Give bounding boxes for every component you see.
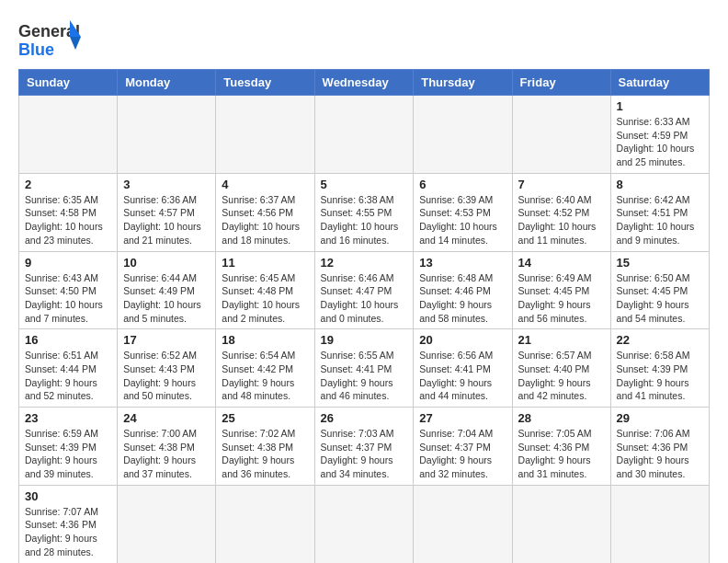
calendar-header-row: SundayMondayTuesdayWednesdayThursdayFrid… [19, 70, 710, 96]
calendar-cell: 1Sunrise: 6:33 AM Sunset: 4:59 PM Daylig… [610, 96, 709, 174]
day-info: Sunrise: 6:43 AM Sunset: 4:50 PM Dayligh… [25, 271, 111, 326]
day-number: 16 [25, 333, 111, 347]
day-info: Sunrise: 6:51 AM Sunset: 4:44 PM Dayligh… [25, 349, 111, 403]
header: GeneralBlue [18, 18, 710, 60]
day-number: 26 [321, 411, 408, 425]
day-info: Sunrise: 6:37 AM Sunset: 4:56 PM Dayligh… [222, 193, 308, 247]
calendar-cell: 8Sunrise: 6:42 AM Sunset: 4:51 PM Daylig… [610, 173, 709, 251]
calendar-cell [512, 96, 610, 174]
day-info: Sunrise: 7:00 AM Sunset: 4:38 PM Dayligh… [123, 427, 210, 481]
calendar-cell: 5Sunrise: 6:38 AM Sunset: 4:55 PM Daylig… [314, 173, 414, 251]
day-number: 23 [25, 411, 111, 425]
calendar-cell: 19Sunrise: 6:55 AM Sunset: 4:41 PM Dayli… [314, 329, 414, 408]
day-number: 30 [25, 489, 111, 503]
day-info: Sunrise: 6:49 AM Sunset: 4:45 PM Dayligh… [518, 271, 605, 326]
day-info: Sunrise: 7:03 AM Sunset: 4:37 PM Dayligh… [321, 427, 408, 481]
calendar-week-3: 9Sunrise: 6:43 AM Sunset: 4:50 PM Daylig… [19, 251, 710, 329]
day-number: 10 [123, 256, 210, 270]
calendar-cell: 20Sunrise: 6:56 AM Sunset: 4:41 PM Dayli… [414, 329, 512, 408]
day-info: Sunrise: 6:45 AM Sunset: 4:48 PM Dayligh… [222, 271, 308, 326]
calendar-week-6: 30Sunrise: 7:07 AM Sunset: 4:36 PM Dayli… [19, 485, 710, 563]
calendar-cell: 25Sunrise: 7:02 AM Sunset: 4:38 PM Dayli… [216, 408, 314, 486]
day-number: 12 [321, 256, 408, 270]
calendar-week-2: 2Sunrise: 6:35 AM Sunset: 4:58 PM Daylig… [19, 173, 710, 251]
calendar-cell: 10Sunrise: 6:44 AM Sunset: 4:49 PM Dayli… [118, 251, 216, 329]
day-number: 15 [617, 256, 703, 270]
calendar-cell: 26Sunrise: 7:03 AM Sunset: 4:37 PM Dayli… [314, 408, 414, 486]
day-number: 20 [419, 333, 506, 347]
calendar-header-saturday: Saturday [610, 70, 709, 96]
day-info: Sunrise: 6:50 AM Sunset: 4:45 PM Dayligh… [617, 271, 703, 326]
calendar-week-1: 1Sunrise: 6:33 AM Sunset: 4:59 PM Daylig… [19, 96, 710, 174]
calendar-cell: 17Sunrise: 6:52 AM Sunset: 4:43 PM Dayli… [118, 329, 216, 408]
calendar-cell: 15Sunrise: 6:50 AM Sunset: 4:45 PM Dayli… [610, 251, 709, 329]
day-info: Sunrise: 6:46 AM Sunset: 4:47 PM Dayligh… [321, 271, 408, 326]
day-info: Sunrise: 6:58 AM Sunset: 4:39 PM Dayligh… [617, 349, 703, 403]
calendar-week-5: 23Sunrise: 6:59 AM Sunset: 4:39 PM Dayli… [19, 408, 710, 486]
day-info: Sunrise: 6:35 AM Sunset: 4:58 PM Dayligh… [25, 193, 111, 247]
calendar-header-monday: Monday [118, 70, 216, 96]
day-number: 7 [518, 178, 605, 191]
svg-text:Blue: Blue [18, 40, 54, 59]
calendar-cell: 29Sunrise: 7:06 AM Sunset: 4:36 PM Dayli… [610, 408, 709, 486]
calendar-header-thursday: Thursday [414, 70, 512, 96]
calendar-cell: 23Sunrise: 6:59 AM Sunset: 4:39 PM Dayli… [19, 408, 118, 486]
logo: GeneralBlue [18, 18, 83, 60]
day-number: 14 [518, 256, 605, 270]
calendar-cell: 13Sunrise: 6:48 AM Sunset: 4:46 PM Dayli… [414, 251, 512, 329]
calendar-cell [314, 96, 414, 174]
day-number: 25 [222, 411, 308, 425]
day-info: Sunrise: 6:38 AM Sunset: 4:55 PM Dayligh… [321, 193, 408, 247]
calendar-cell [414, 485, 512, 563]
calendar-cell: 6Sunrise: 6:39 AM Sunset: 4:53 PM Daylig… [414, 173, 512, 251]
day-number: 1 [617, 99, 703, 113]
day-info: Sunrise: 6:57 AM Sunset: 4:40 PM Dayligh… [518, 349, 605, 403]
day-info: Sunrise: 6:52 AM Sunset: 4:43 PM Dayligh… [123, 349, 210, 403]
calendar-cell: 4Sunrise: 6:37 AM Sunset: 4:56 PM Daylig… [216, 173, 314, 251]
day-info: Sunrise: 6:59 AM Sunset: 4:39 PM Dayligh… [25, 427, 111, 481]
day-number: 27 [419, 411, 506, 425]
calendar-cell: 22Sunrise: 6:58 AM Sunset: 4:39 PM Dayli… [610, 329, 709, 408]
calendar-cell [118, 96, 216, 174]
day-info: Sunrise: 6:48 AM Sunset: 4:46 PM Dayligh… [419, 271, 506, 326]
day-info: Sunrise: 6:55 AM Sunset: 4:41 PM Dayligh… [321, 349, 408, 403]
day-number: 21 [518, 333, 605, 347]
day-info: Sunrise: 6:56 AM Sunset: 4:41 PM Dayligh… [419, 349, 506, 403]
day-info: Sunrise: 6:54 AM Sunset: 4:42 PM Dayligh… [222, 349, 308, 403]
day-info: Sunrise: 6:40 AM Sunset: 4:52 PM Dayligh… [518, 193, 605, 247]
day-number: 3 [123, 178, 210, 191]
day-number: 29 [617, 411, 703, 425]
calendar-cell: 11Sunrise: 6:45 AM Sunset: 4:48 PM Dayli… [216, 251, 314, 329]
day-number: 2 [25, 178, 111, 191]
day-number: 17 [123, 333, 210, 347]
day-number: 22 [617, 333, 703, 347]
day-number: 8 [617, 178, 703, 191]
calendar-cell: 28Sunrise: 7:05 AM Sunset: 4:36 PM Dayli… [512, 408, 610, 486]
calendar-cell [414, 96, 512, 174]
calendar-cell: 7Sunrise: 6:40 AM Sunset: 4:52 PM Daylig… [512, 173, 610, 251]
calendar-cell: 2Sunrise: 6:35 AM Sunset: 4:58 PM Daylig… [19, 173, 118, 251]
calendar-cell [610, 485, 709, 563]
calendar-header-tuesday: Tuesday [216, 70, 314, 96]
day-number: 13 [419, 256, 506, 270]
calendar-cell [512, 485, 610, 563]
calendar-cell: 18Sunrise: 6:54 AM Sunset: 4:42 PM Dayli… [216, 329, 314, 408]
calendar-cell: 14Sunrise: 6:49 AM Sunset: 4:45 PM Dayli… [512, 251, 610, 329]
day-number: 18 [222, 333, 308, 347]
calendar-cell: 24Sunrise: 7:00 AM Sunset: 4:38 PM Dayli… [118, 408, 216, 486]
calendar-cell: 16Sunrise: 6:51 AM Sunset: 4:44 PM Dayli… [19, 329, 118, 408]
day-info: Sunrise: 6:44 AM Sunset: 4:49 PM Dayligh… [123, 271, 210, 326]
day-number: 4 [222, 178, 308, 191]
calendar-cell [314, 485, 414, 563]
day-info: Sunrise: 6:36 AM Sunset: 4:57 PM Dayligh… [123, 193, 210, 247]
day-info: Sunrise: 7:05 AM Sunset: 4:36 PM Dayligh… [518, 427, 605, 481]
calendar-header-sunday: Sunday [19, 70, 118, 96]
day-number: 6 [419, 178, 506, 191]
calendar-header-wednesday: Wednesday [314, 70, 414, 96]
calendar-header-friday: Friday [512, 70, 610, 96]
calendar-cell: 30Sunrise: 7:07 AM Sunset: 4:36 PM Dayli… [19, 485, 118, 563]
day-number: 24 [123, 411, 210, 425]
calendar-cell: 21Sunrise: 6:57 AM Sunset: 4:40 PM Dayli… [512, 329, 610, 408]
day-number: 28 [518, 411, 605, 425]
day-number: 5 [321, 178, 408, 191]
